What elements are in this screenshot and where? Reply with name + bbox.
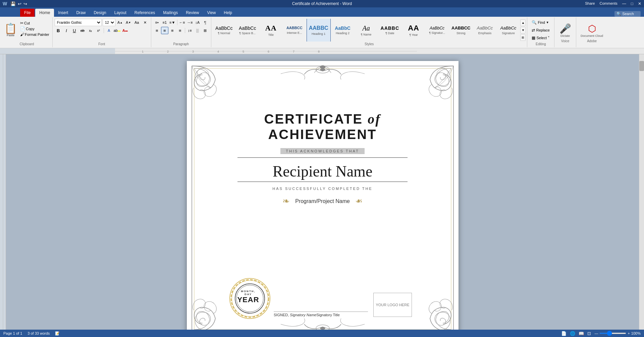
paragraph-group: ≡• ≡1 ≡▼ ←≡ →≡ ↕A ¶ ≡ ≡ ≡ ≡ ↕≡ ░ ⊞ Parag… xyxy=(151,17,211,47)
bullets-button[interactable]: ≡• xyxy=(153,19,161,26)
style-year[interactable]: AA ¶ Year xyxy=(402,19,425,42)
voice-group: 🎤 Dictate Voice xyxy=(554,17,576,47)
cut-button[interactable]: ✂ Cut xyxy=(19,20,50,26)
voice-group-label: Voice xyxy=(561,39,569,43)
style-normal[interactable]: AaBbCc ¶ Normal xyxy=(213,19,235,42)
paste-button[interactable]: 📋 Paste xyxy=(3,22,18,38)
justify-button[interactable]: ≡ xyxy=(176,27,184,34)
subscript-button[interactable]: x₂ xyxy=(87,27,94,34)
focus-icon[interactable]: ⊡ xyxy=(587,331,591,336)
font-color-button[interactable]: A▬ xyxy=(121,27,129,34)
tab-layout[interactable]: Layout xyxy=(110,9,130,17)
font-name-dropdown[interactable]: Franklin Gothic xyxy=(55,19,102,26)
styles-scroll-down[interactable]: ▼ xyxy=(520,27,526,33)
logo-box[interactable]: YOUR LOGO HERE xyxy=(373,293,412,317)
document-page[interactable]: CERTIFICATE of ACHIEVEMENT THIS ACKNOWLE… xyxy=(187,61,459,337)
decrease-indent-button[interactable]: ←≡ xyxy=(178,19,186,26)
superscript-button[interactable]: x² xyxy=(95,27,102,34)
style-date[interactable]: AABBC ¶ Date xyxy=(378,19,402,42)
format-painter-button[interactable]: 🖌 Format Painter xyxy=(19,32,50,37)
signature-block[interactable]: SIGNED, Signatory NameSignatory Title xyxy=(274,298,368,317)
style-emphasis[interactable]: AaBbCc Emphasis xyxy=(473,19,496,42)
align-right-button[interactable]: ≡ xyxy=(169,27,176,34)
comments-btn[interactable]: Comments xyxy=(600,1,618,6)
style-heading2[interactable]: AaBbC Heading 2 xyxy=(331,19,354,42)
dictate-button[interactable]: 🎤 Dictate xyxy=(558,22,572,39)
line-spacing-button[interactable]: ↕≡ xyxy=(186,27,194,34)
minimize-btn[interactable]: — xyxy=(622,1,626,6)
print-layout-icon[interactable]: 📄 xyxy=(561,331,567,336)
underline-button[interactable]: U xyxy=(71,27,78,34)
numbering-button[interactable]: ≡1 xyxy=(161,19,168,26)
style-title[interactable]: AA Title xyxy=(260,19,282,42)
multilevel-button[interactable]: ≡▼ xyxy=(169,19,176,26)
style-no-spacing[interactable]: AaBbCc ¶ Space B... xyxy=(236,19,259,42)
tab-draw[interactable]: Draw xyxy=(72,9,90,17)
text-highlight-button[interactable]: ab▬ xyxy=(113,27,121,34)
certificate-title[interactable]: CERTIFICATE of ACHIEVEMENT xyxy=(214,111,432,142)
status-icon-spellcheck[interactable]: 📝 xyxy=(55,331,60,336)
increase-indent-button[interactable]: →≡ xyxy=(186,19,194,26)
paragraph-group-label: Paragraph xyxy=(153,42,209,46)
shading-button[interactable]: ░ xyxy=(194,27,201,34)
align-left-button[interactable]: ≡ xyxy=(153,27,161,34)
copy-button[interactable]: 📄 Copy xyxy=(19,26,50,31)
clear-format-button[interactable]: ✕ xyxy=(142,19,149,26)
show-marks-button[interactable]: ¶ xyxy=(202,19,209,26)
tab-insert[interactable]: Insert xyxy=(54,9,72,17)
borders-button[interactable]: ⊞ xyxy=(202,27,209,34)
program-name[interactable]: Program/Project Name xyxy=(295,198,350,204)
style-signature2[interactable]: AaBbCc Signature xyxy=(497,19,520,42)
styles-more[interactable]: ⊞ xyxy=(520,34,526,41)
shrink-font-button[interactable]: A▼ xyxy=(125,19,132,26)
font-size-dropdown[interactable]: 12 xyxy=(103,19,115,26)
italic-button[interactable]: I xyxy=(63,27,70,34)
style-heading1[interactable]: AABBC Heading 1 xyxy=(307,19,331,42)
clipboard-group: 📋 Paste ✂ Cut 📄 Copy 🖌 Format Painter Cl… xyxy=(1,17,53,47)
certificate-seal: MONTH, DAY YEAR xyxy=(228,277,268,317)
change-case-button[interactable]: Aa xyxy=(133,19,141,26)
document-cloud-button[interactable]: ⬡ Document Cloud xyxy=(580,22,604,39)
close-btn[interactable]: ✕ xyxy=(638,1,641,6)
svg-text:8: 8 xyxy=(318,50,320,53)
style-signature[interactable]: AaBbCc ¶ Signatur... xyxy=(426,19,448,42)
style-intense-emphasis[interactable]: AABBCC Intense E... xyxy=(283,19,306,42)
read-mode-icon[interactable]: 📖 xyxy=(579,331,584,336)
maximize-btn[interactable]: □ xyxy=(631,1,633,6)
center-button[interactable]: ≡ xyxy=(161,27,168,34)
find-button[interactable]: 🔍 Find ▼ xyxy=(530,19,551,26)
tab-help[interactable]: Help xyxy=(220,9,236,17)
tab-references[interactable]: References xyxy=(130,9,159,17)
qat-undo[interactable]: ↩ xyxy=(18,1,21,6)
tab-mailings[interactable]: Mailings xyxy=(159,9,182,17)
zoom-control[interactable]: — + 100% xyxy=(594,331,641,335)
tab-view[interactable]: View xyxy=(203,9,220,17)
recipient-name[interactable]: Recipient Name xyxy=(273,162,373,180)
clipboard-group-label: Clipboard xyxy=(3,42,50,46)
web-layout-icon[interactable]: 🌐 xyxy=(570,331,575,336)
vertical-scrollbar[interactable] xyxy=(639,54,644,337)
select-button[interactable]: ▦ Select ˅ xyxy=(530,35,551,41)
tab-design[interactable]: Design xyxy=(90,9,110,17)
search-box[interactable]: 🔍 Search xyxy=(614,11,641,17)
tab-review[interactable]: Review xyxy=(182,9,203,17)
strikethrough-button[interactable]: ab xyxy=(79,27,86,34)
bold-button[interactable]: B xyxy=(55,27,62,34)
style-name[interactable]: Aa ¶ Name xyxy=(355,19,378,42)
tab-home[interactable]: Home xyxy=(35,9,54,17)
svg-text:3: 3 xyxy=(192,50,194,53)
text-effects-button[interactable]: A xyxy=(105,27,113,34)
styles-scroll-area: ▲ ▼ ⊞ xyxy=(520,19,526,41)
acknowledges-text[interactable]: THIS ACKNOWLEDGES THAT xyxy=(280,148,364,154)
completed-text[interactable]: HAS SUCCESSFULLY COMPLETED THE xyxy=(272,187,372,191)
style-strong[interactable]: AABBCC Strong xyxy=(449,19,473,42)
grow-font-button[interactable]: A▲ xyxy=(116,19,124,26)
qat-save[interactable]: 💾 xyxy=(10,1,16,6)
tab-file[interactable]: File xyxy=(20,9,35,17)
sort-button[interactable]: ↕A xyxy=(194,19,201,26)
replace-button[interactable]: ⇄ Replace xyxy=(530,27,551,33)
share-btn[interactable]: Share xyxy=(585,1,595,6)
bottom-section: MONTH, DAY YEAR SIGNED, Signatory NameSi… xyxy=(233,277,412,320)
styles-scroll-up[interactable]: ▲ xyxy=(520,19,526,26)
qat-redo[interactable]: ↪ xyxy=(23,1,27,6)
